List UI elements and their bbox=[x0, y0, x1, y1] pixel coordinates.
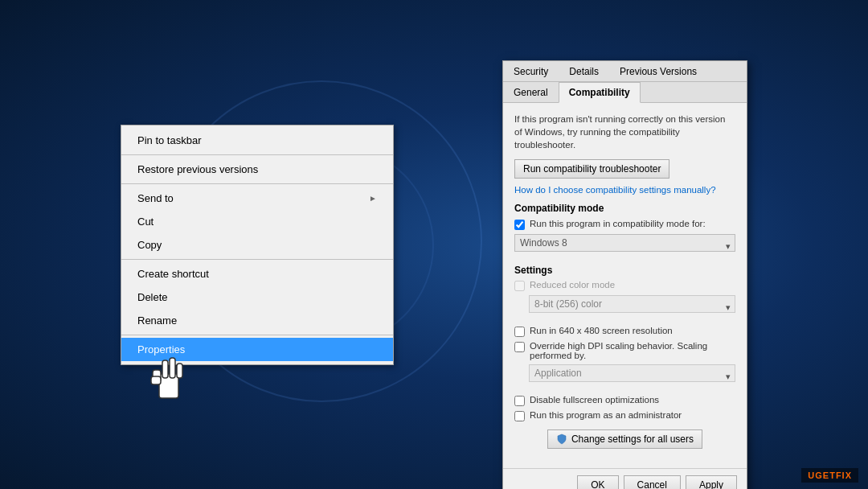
watermark: UGETFIX bbox=[801, 468, 858, 483]
context-menu-item-restore-versions[interactable]: Restore previous versions bbox=[121, 158, 393, 181]
screen-res-label: Run in 640 x 480 screen resolution bbox=[530, 326, 673, 335]
dialog-content: If this program isn't running correctly … bbox=[503, 103, 747, 468]
context-menu-item-copy[interactable]: Copy bbox=[121, 233, 393, 257]
color-dropdown-wrapper: 8-bit (256) color bbox=[529, 295, 735, 319]
run-admin-label: Run this program as an administrator bbox=[530, 410, 682, 420]
high-dpi-checkbox[interactable] bbox=[514, 342, 525, 352]
disable-fullscreen-checkbox[interactable] bbox=[514, 396, 525, 406]
separator-4 bbox=[121, 335, 393, 335]
context-menu-item-cut[interactable]: Cut bbox=[121, 210, 393, 233]
compat-section-title: Compatibility mode bbox=[514, 203, 735, 214]
high-dpi-label: Override high DPI scaling behavior. Scal… bbox=[530, 341, 735, 360]
settings-group: Settings Reduced color mode 8-bit (256) … bbox=[514, 265, 735, 421]
svg-rect-5 bbox=[151, 376, 161, 384]
context-menu-item-send-to[interactable]: Send to ► bbox=[121, 187, 393, 210]
tab-compatibility[interactable]: Compatibility bbox=[559, 82, 641, 103]
context-menu-item-create-shortcut[interactable]: Create shortcut bbox=[121, 262, 393, 286]
compat-version-dropdown[interactable]: Windows 8 bbox=[514, 234, 735, 252]
compat-mode-checkbox[interactable] bbox=[514, 220, 525, 230]
reduced-color-label: Reduced color mode bbox=[530, 280, 615, 290]
disable-fullscreen-label: Disable fullscreen optimizations bbox=[530, 395, 659, 405]
dialog-footer: OK Cancel Apply bbox=[503, 468, 747, 489]
dialog-intro-text: If this program isn't running correctly … bbox=[514, 113, 735, 151]
run-admin-checkbox[interactable] bbox=[514, 411, 525, 421]
watermark-suffix: FIX bbox=[836, 471, 852, 480]
dialog-tabs: Security Details Previous Versions bbox=[503, 61, 747, 82]
context-menu-item-rename[interactable]: Rename bbox=[121, 309, 393, 332]
disable-fullscreen-row: Disable fullscreen optimizations bbox=[514, 395, 735, 406]
run-troubleshooter-button[interactable]: Run compatibility troubleshooter bbox=[514, 159, 669, 179]
apply-button[interactable]: Apply bbox=[686, 475, 737, 489]
compat-mode-label: Run this program in compatibility mode f… bbox=[530, 219, 706, 228]
reduced-color-row: Reduced color mode bbox=[514, 280, 735, 291]
tab-previous-versions[interactable]: Previous Versions bbox=[609, 61, 707, 82]
run-admin-row: Run this program as an administrator bbox=[514, 410, 735, 421]
settings-section-title: Settings bbox=[514, 265, 735, 276]
tab-security[interactable]: Security bbox=[503, 61, 559, 82]
high-dpi-row: Override high DPI scaling behavior. Scal… bbox=[514, 341, 735, 360]
watermark-prefix: UGET bbox=[808, 471, 836, 480]
screen-res-row: Run in 640 x 480 screen resolution bbox=[514, 326, 735, 337]
reduced-color-checkbox[interactable] bbox=[514, 281, 525, 291]
change-settings-button[interactable]: Change settings for all users bbox=[547, 429, 702, 449]
screen-res-checkbox[interactable] bbox=[514, 327, 525, 337]
separator-3 bbox=[121, 259, 393, 260]
compatibility-link[interactable]: How do I choose compatibility settings m… bbox=[514, 185, 735, 195]
context-menu-item-delete[interactable]: Delete bbox=[121, 286, 393, 309]
context-menu-item-pin-taskbar[interactable]: Pin to taskbar bbox=[121, 129, 393, 152]
tab-details[interactable]: Details bbox=[559, 61, 609, 82]
compat-dropdown-wrapper: Windows 8 bbox=[514, 234, 735, 258]
separator-2 bbox=[121, 183, 393, 184]
properties-dialog: Security Details Previous Versions Gener… bbox=[502, 60, 747, 489]
context-menu: Pin to taskbar Restore previous versions… bbox=[121, 125, 394, 365]
dialog-tabs-row2: General Compatibility bbox=[503, 82, 747, 103]
app-dropdown-wrapper: Application bbox=[529, 364, 735, 388]
svg-rect-0 bbox=[159, 374, 178, 398]
shield-icon bbox=[556, 434, 567, 445]
compat-mode-checkbox-row: Run this program in compatibility mode f… bbox=[514, 219, 735, 230]
separator-1 bbox=[121, 154, 393, 155]
tab-general[interactable]: General bbox=[503, 82, 559, 103]
send-to-arrow: ► bbox=[369, 194, 377, 203]
color-mode-dropdown[interactable]: 8-bit (256) color bbox=[529, 295, 735, 313]
svg-rect-1 bbox=[162, 360, 168, 378]
svg-rect-2 bbox=[170, 358, 175, 378]
svg-rect-4 bbox=[177, 364, 182, 378]
cancel-button[interactable]: Cancel bbox=[624, 475, 681, 489]
scaling-dropdown[interactable]: Application bbox=[529, 364, 735, 382]
ok-button[interactable]: OK bbox=[577, 475, 618, 489]
cursor-hand-1 bbox=[141, 346, 197, 410]
